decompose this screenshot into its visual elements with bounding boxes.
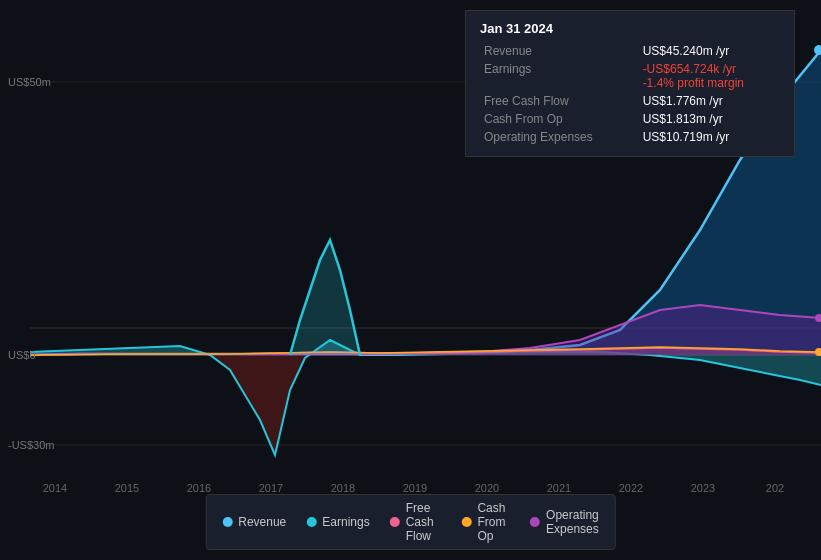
tooltip-value-revenue: US$45.240m /yr bbox=[639, 42, 780, 60]
tooltip-label-opex: Operating Expenses bbox=[480, 128, 639, 146]
legend-item-revenue[interactable]: Revenue bbox=[222, 515, 286, 529]
x-label-2016: 2016 bbox=[187, 482, 211, 494]
tooltip-value-earnings: -US$654.724k /yr -1.4% profit margin bbox=[639, 60, 780, 92]
legend-label-fcf: Free Cash Flow bbox=[406, 501, 442, 543]
tooltip-row-fcf: Free Cash Flow US$1.776m /yr bbox=[480, 92, 780, 110]
legend-label-revenue: Revenue bbox=[238, 515, 286, 529]
legend-item-fcf[interactable]: Free Cash Flow bbox=[390, 501, 442, 543]
x-label-2018: 2018 bbox=[331, 482, 355, 494]
legend-item-opex[interactable]: Operating Expenses bbox=[530, 508, 599, 536]
tooltip-label-earnings: Earnings bbox=[480, 60, 639, 92]
y-label-50m: US$50m bbox=[8, 76, 51, 88]
legend-dot-cashop bbox=[461, 517, 471, 527]
x-label-2015: 2015 bbox=[115, 482, 139, 494]
x-label-2017: 2017 bbox=[259, 482, 283, 494]
tooltip-date: Jan 31 2024 bbox=[480, 21, 780, 36]
legend-dot-fcf bbox=[390, 517, 400, 527]
x-label-2020: 2020 bbox=[475, 482, 499, 494]
x-label-2024: 202 bbox=[766, 482, 784, 494]
tooltip-row-opex: Operating Expenses US$10.719m /yr bbox=[480, 128, 780, 146]
legend-label-opex: Operating Expenses bbox=[546, 508, 599, 536]
legend-label-earnings: Earnings bbox=[322, 515, 369, 529]
tooltip-row-cashop: Cash From Op US$1.813m /yr bbox=[480, 110, 780, 128]
y-label-neg30m: -US$30m bbox=[8, 439, 54, 451]
tooltip-row-earnings: Earnings -US$654.724k /yr -1.4% profit m… bbox=[480, 60, 780, 92]
info-tooltip: Jan 31 2024 Revenue US$45.240m /yr Earni… bbox=[465, 10, 795, 157]
legend-dot-opex bbox=[530, 517, 540, 527]
legend-item-cashop[interactable]: Cash From Op bbox=[461, 501, 510, 543]
legend: Revenue Earnings Free Cash Flow Cash Fro… bbox=[205, 494, 616, 550]
y-label-0: US$0 bbox=[8, 349, 36, 361]
x-label-2019: 2019 bbox=[403, 482, 427, 494]
legend-dot-earnings bbox=[306, 517, 316, 527]
tooltip-label-cashop: Cash From Op bbox=[480, 110, 639, 128]
tooltip-row-revenue: Revenue US$45.240m /yr bbox=[480, 42, 780, 60]
tooltip-value-opex: US$10.719m /yr bbox=[639, 128, 780, 146]
x-label-2023: 2023 bbox=[691, 482, 715, 494]
legend-dot-revenue bbox=[222, 517, 232, 527]
tooltip-value-fcf: US$1.776m /yr bbox=[639, 92, 780, 110]
tooltip-value-cashop: US$1.813m /yr bbox=[639, 110, 780, 128]
tooltip-label-fcf: Free Cash Flow bbox=[480, 92, 639, 110]
x-label-2022: 2022 bbox=[619, 482, 643, 494]
x-label-2014: 2014 bbox=[43, 482, 67, 494]
tooltip-label-revenue: Revenue bbox=[480, 42, 639, 60]
legend-label-cashop: Cash From Op bbox=[477, 501, 510, 543]
legend-item-earnings[interactable]: Earnings bbox=[306, 515, 369, 529]
revenue-end-dot bbox=[814, 45, 821, 55]
x-label-2021: 2021 bbox=[547, 482, 571, 494]
tooltip-table: Revenue US$45.240m /yr Earnings -US$654.… bbox=[480, 42, 780, 146]
